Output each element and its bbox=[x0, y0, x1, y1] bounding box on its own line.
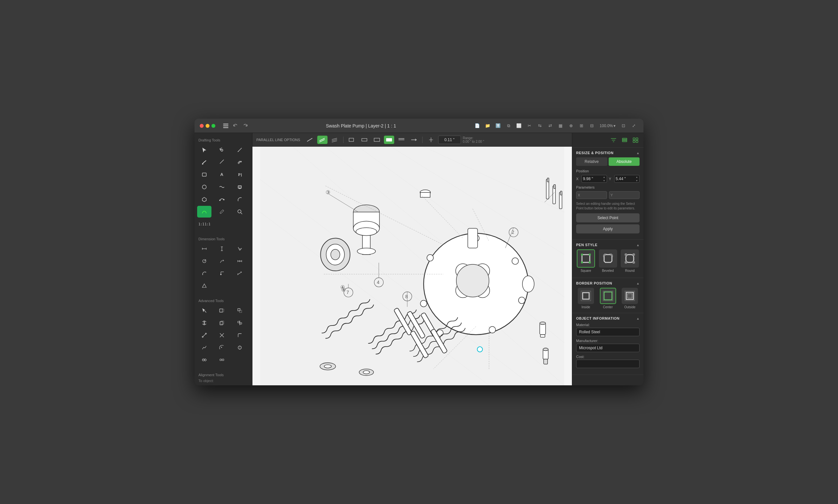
double-line-btn[interactable] bbox=[396, 136, 407, 144]
panel-grid-icon[interactable] bbox=[631, 136, 640, 145]
adv-cut-tool[interactable] bbox=[197, 329, 211, 341]
panel-filter-icon[interactable] bbox=[609, 136, 618, 145]
adv-ungroup-tool[interactable] bbox=[215, 354, 229, 366]
line-single-btn[interactable] bbox=[305, 136, 315, 144]
pen-round-btn[interactable] bbox=[621, 249, 639, 268]
zoom-indicator[interactable]: 100.0% ▾ bbox=[598, 123, 618, 129]
polygon-tool[interactable] bbox=[197, 194, 211, 205]
node-tool[interactable] bbox=[215, 194, 229, 205]
sidebar-toggle-icon[interactable] bbox=[222, 122, 230, 130]
adv-trim-tool[interactable] bbox=[215, 329, 229, 341]
folder-icon[interactable]: 📁 bbox=[483, 121, 492, 130]
mirror-icon[interactable]: ⇄ bbox=[546, 121, 555, 130]
undo-icon[interactable] bbox=[232, 122, 239, 130]
object-info-header[interactable]: OBJECT INFORMATION ▲ bbox=[572, 313, 643, 323]
y-down-icon[interactable]: ▼ bbox=[636, 179, 638, 182]
y-up-icon[interactable]: ▲ bbox=[636, 175, 638, 179]
close-button[interactable] bbox=[200, 124, 204, 128]
para-tool[interactable]: P bbox=[233, 169, 247, 180]
minimize-button[interactable] bbox=[206, 124, 210, 128]
grid-icon[interactable]: ▦ bbox=[556, 121, 565, 130]
align-mid-h-tool[interactable] bbox=[215, 384, 229, 385]
pen-beveled-btn[interactable] bbox=[599, 249, 617, 268]
y-spinners[interactable]: ▲ ▼ bbox=[636, 175, 638, 182]
rect-tool[interactable] bbox=[197, 169, 211, 180]
line-triple-btn[interactable] bbox=[329, 136, 340, 144]
align-right-tool[interactable] bbox=[233, 384, 247, 385]
border-outside-btn[interactable] bbox=[622, 288, 638, 304]
param-y-field[interactable]: Y bbox=[609, 191, 640, 199]
align-bottom-tool[interactable] bbox=[197, 384, 211, 385]
absolute-mode-btn[interactable]: Absolute bbox=[609, 157, 640, 166]
dim-h-tool[interactable] bbox=[197, 243, 211, 255]
resize-position-header[interactable]: RESIZE & POSITION ▲ bbox=[572, 148, 643, 157]
copy-icon[interactable]: ⧉ bbox=[504, 121, 513, 130]
line-tool[interactable] bbox=[215, 157, 229, 168]
fullscreen-button[interactable] bbox=[211, 124, 215, 128]
dim2-icon[interactable]: ⊟ bbox=[587, 121, 596, 130]
fullscreen-icon[interactable]: ⤢ bbox=[629, 121, 638, 130]
frame-icon[interactable]: ⬜ bbox=[514, 121, 523, 130]
dim-icon[interactable]: ⊞ bbox=[577, 121, 586, 130]
arrow-btn[interactable] bbox=[409, 136, 419, 144]
export-icon[interactable]: 📄 bbox=[473, 121, 482, 130]
align-start-btn[interactable] bbox=[347, 136, 357, 144]
offset-center-btn[interactable] bbox=[426, 136, 436, 144]
align-end-btn[interactable] bbox=[372, 136, 382, 144]
adv-group-tool[interactable] bbox=[197, 354, 211, 366]
adv-align-tool[interactable] bbox=[233, 317, 247, 329]
search-tool[interactable] bbox=[233, 206, 247, 218]
dim-align-tool[interactable] bbox=[233, 268, 247, 279]
canvas-area[interactable]: ③ ④ ④ 4 7 8 2 12 bbox=[252, 147, 572, 385]
select-point-button[interactable]: Select Point bbox=[576, 213, 640, 222]
adv-flip-tool[interactable] bbox=[197, 317, 211, 329]
snap-icon[interactable]: ⊕ bbox=[566, 121, 575, 130]
material-value[interactable]: Rolled Steel bbox=[576, 328, 640, 336]
adv-weld-tool[interactable] bbox=[233, 342, 247, 354]
border-inside-btn[interactable] bbox=[578, 288, 594, 304]
x-down-icon[interactable]: ▼ bbox=[603, 179, 605, 182]
adv-ext-tool[interactable] bbox=[233, 305, 247, 317]
adv-arc-tool[interactable] bbox=[215, 342, 229, 354]
relative-mode-btn[interactable]: Relative bbox=[576, 157, 607, 166]
adv-copy-tool[interactable] bbox=[215, 317, 229, 329]
measure-tool[interactable] bbox=[233, 144, 247, 156]
adv-round-tool[interactable] bbox=[233, 329, 247, 341]
cost-value[interactable] bbox=[576, 360, 640, 368]
dim-chain-tool[interactable] bbox=[233, 255, 247, 267]
circle-tool[interactable] bbox=[197, 181, 211, 193]
adv-bend-tool[interactable] bbox=[197, 342, 211, 354]
fill-btn[interactable] bbox=[384, 136, 394, 144]
panel-layers-icon[interactable] bbox=[620, 136, 629, 145]
dim-tri-tool[interactable] bbox=[197, 280, 211, 292]
bezier-tool[interactable] bbox=[197, 206, 211, 218]
brush-tool[interactable] bbox=[197, 157, 211, 168]
line-width-input[interactable]: 0.11 " bbox=[438, 136, 461, 144]
border-center-btn[interactable] bbox=[600, 288, 616, 304]
dim-arc-tool[interactable] bbox=[197, 268, 211, 279]
stamp-tool[interactable] bbox=[233, 181, 247, 193]
text-tool[interactable]: A bbox=[215, 169, 229, 180]
dim-coord-tool[interactable] bbox=[215, 268, 229, 279]
pen-square-btn[interactable] bbox=[577, 249, 595, 268]
x-field[interactable]: 9.98 " ▲ ▼ bbox=[581, 175, 607, 183]
pen-style-header[interactable]: PEN STYLE ▲ bbox=[572, 240, 643, 249]
line-double-btn[interactable] bbox=[317, 136, 327, 144]
border-position-header[interactable]: BORDER POSITION ▲ bbox=[572, 278, 643, 288]
param-x-field[interactable]: X bbox=[576, 191, 607, 199]
window-icon[interactable]: ⊡ bbox=[619, 121, 628, 130]
flip-icon[interactable]: ⇆ bbox=[535, 121, 544, 130]
arc-tool[interactable] bbox=[233, 194, 247, 205]
eyedrop-tool[interactable] bbox=[215, 206, 229, 218]
y-field[interactable]: 5.44 " ▲ ▼ bbox=[614, 175, 640, 183]
dim-r-tool[interactable] bbox=[197, 255, 211, 267]
dim-leader-tool[interactable] bbox=[215, 255, 229, 267]
dim-v-tool[interactable] bbox=[215, 243, 229, 255]
share-icon[interactable]: ⬆️ bbox=[494, 121, 503, 130]
rotate-tool[interactable] bbox=[215, 144, 229, 156]
apply-button[interactable]: Apply bbox=[576, 224, 640, 233]
wave-tool[interactable] bbox=[215, 181, 229, 193]
manufacturer-value[interactable]: Microspot Ltd bbox=[576, 344, 640, 352]
offset-tool[interactable] bbox=[233, 157, 247, 168]
x-up-icon[interactable]: ▲ bbox=[603, 175, 605, 179]
